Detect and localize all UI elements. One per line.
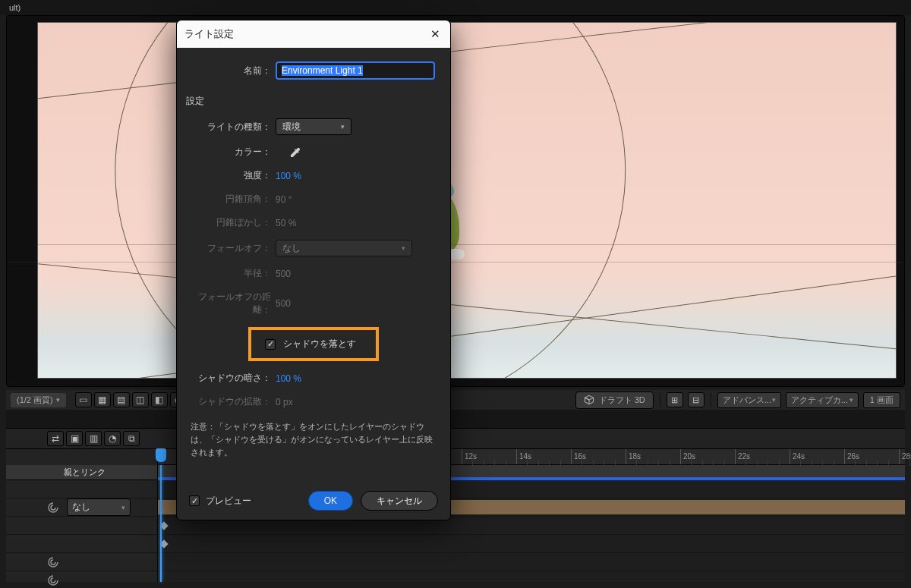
shadow-note: 注意：「シャドウを落とす」をオンにしたレイヤーのシャドウは、「シャドウを受ける」…	[191, 420, 437, 459]
chevron-down-icon: ▾	[341, 123, 345, 130]
cancel-button[interactable]: キャンセル	[361, 491, 438, 511]
views-count[interactable]: 1 画面	[863, 392, 900, 408]
label-cone-feather: 円錐ぼかし：	[191, 216, 276, 229]
cone-angle-value: 90 °	[276, 194, 437, 205]
panel-gap	[6, 410, 905, 428]
dialog-title: ライト設定	[184, 27, 234, 41]
svg-line-4	[38, 23, 896, 112]
channel-icon[interactable]: ◧	[151, 392, 168, 407]
view-layout-b-icon[interactable]: ⊟	[688, 392, 705, 407]
camera-dropdown[interactable]: アクティブカ...▾	[786, 392, 859, 408]
guides-icon[interactable]: ▤	[113, 392, 130, 407]
label-falloff: フォールオフ：	[191, 242, 276, 255]
camera-wireframe	[38, 23, 896, 378]
viewer-controls-bar: (1/2 画質) ▾ ▭ ▦ ▤ ◫ ◧ ◐ ⧗ ✦ ドラフト 3D ⊞ ⊟ ア…	[6, 390, 905, 410]
preview-checkbox[interactable]	[189, 495, 200, 506]
cube-icon	[584, 395, 594, 405]
cone-feather-value: 50 %	[276, 218, 437, 228]
falloff-dist-value: 500	[276, 298, 437, 309]
label-shadow-diff: シャドウの拡散：	[191, 395, 276, 408]
label-radius: 半径：	[191, 267, 276, 280]
dialog-titlebar[interactable]: ライト設定 ✕	[177, 20, 450, 48]
composition-panel: X	[6, 15, 905, 387]
label-color: カラー：	[191, 146, 276, 159]
tl-tool-2-icon[interactable]: ▣	[66, 431, 83, 446]
app-menubar: ult)	[0, 0, 911, 15]
section-settings: 設定	[186, 95, 437, 108]
falloff-dropdown: なし ▾	[276, 240, 412, 256]
tl-tool-1-icon[interactable]: ⇄	[47, 431, 64, 446]
tl-tool-4-icon[interactable]: ◔	[104, 431, 121, 446]
chevron-down-icon: ▾	[402, 244, 405, 252]
view-layout-a-icon[interactable]: ⊞	[667, 392, 683, 407]
label-cone-angle: 円錐頂角：	[191, 193, 276, 206]
chevron-down-icon: ▾	[56, 396, 60, 404]
timeline-left-column: 親とリンク なし▾	[6, 465, 158, 582]
light-name-input[interactable]	[276, 61, 435, 80]
light-type-dropdown[interactable]: 環境 ▾	[276, 118, 351, 135]
radius-value: 500	[276, 269, 437, 279]
label-falloff-dist: フォールオフの距離：	[191, 291, 276, 316]
shadow-diff-value: 0 px	[276, 397, 437, 407]
label-shadow-dark: シャドウの暗さ：	[191, 372, 276, 385]
pickwhip-icon[interactable]	[47, 556, 59, 568]
casts-shadows-label: シャドウを落とす	[283, 338, 356, 351]
casts-shadows-checkbox[interactable]	[265, 339, 276, 350]
pickwhip-icon[interactable]	[47, 574, 59, 586]
layer-row[interactable]	[6, 553, 157, 571]
falloff-value: なし	[282, 242, 301, 255]
light-type-value: 環境	[282, 121, 301, 134]
light-settings-dialog: ライト設定 ✕ 名前： 設定 ライトの種類： 環境 ▾ カラー：	[176, 20, 451, 520]
track-row[interactable]	[158, 553, 905, 571]
separator	[660, 393, 660, 407]
layer-row[interactable]	[6, 571, 157, 588]
layer-row[interactable]: なし▾	[6, 498, 157, 517]
casts-shadows-highlight: シャドウを落とす	[248, 327, 379, 361]
mask-icon[interactable]: ◫	[132, 392, 149, 407]
separator	[711, 393, 711, 407]
camera-label: アクティブカ...	[791, 395, 848, 406]
svg-line-5	[38, 267, 896, 378]
current-time-indicator[interactable]	[160, 465, 162, 582]
pickwhip-icon[interactable]	[47, 502, 59, 514]
dialog-footer: プレビュー OK キャンセル	[177, 482, 450, 520]
region-icon[interactable]: ▭	[75, 392, 92, 407]
eyedropper-icon[interactable]	[289, 146, 301, 159]
shadow-dark-value[interactable]: 100 %	[276, 373, 437, 384]
grid-icon[interactable]: ▦	[94, 392, 111, 407]
tl-tool-5-icon[interactable]: ⧉	[123, 431, 140, 446]
timeline-ruler[interactable]: 12s14s16s18s20s22s24s26s28s	[6, 448, 905, 465]
timeline-panel: ⇄ ▣ ▥ ◔ ⧉ 12s14s16s18s20s22s24s26s28s 親と…	[6, 428, 905, 582]
resolution-dropdown[interactable]: (1/2 画質) ▾	[11, 393, 66, 407]
close-icon[interactable]: ✕	[427, 27, 443, 42]
label-intensity: 強度：	[191, 169, 276, 182]
renderer-dropdown[interactable]: アドバンス...▾	[717, 392, 781, 408]
track-row[interactable]	[158, 535, 905, 553]
ruler-left-gutter	[6, 449, 158, 466]
layer-row[interactable]	[6, 535, 157, 553]
draft-3d-label: ドラフト 3D	[599, 395, 645, 406]
timeline-body: 親とリンク なし▾	[6, 465, 905, 582]
resolution-label: (1/2 画質)	[17, 395, 53, 406]
viewport[interactable]	[37, 22, 897, 379]
label-light-type: ライトの種類：	[191, 121, 276, 134]
menubar-fragment: ult)	[9, 3, 20, 12]
layer-row[interactable]	[6, 480, 157, 498]
preview-label: プレビュー	[206, 495, 251, 508]
tl-tool-3-icon[interactable]: ▥	[85, 431, 102, 446]
timeline-toolbar: ⇄ ▣ ▥ ◔ ⧉	[6, 429, 905, 448]
svg-line-7	[38, 245, 896, 356]
column-header-parent: 親とリンク	[6, 465, 157, 480]
renderer-label: アドバンス...	[723, 395, 771, 406]
label-name: 名前：	[191, 64, 276, 77]
layer-row[interactable]	[6, 517, 157, 535]
parent-dropdown[interactable]: なし▾	[67, 498, 131, 516]
draft-3d-button[interactable]: ドラフト 3D	[575, 391, 654, 409]
ok-button[interactable]: OK	[308, 491, 353, 511]
track-row[interactable]	[158, 571, 905, 588]
intensity-value[interactable]: 100 %	[276, 171, 437, 181]
